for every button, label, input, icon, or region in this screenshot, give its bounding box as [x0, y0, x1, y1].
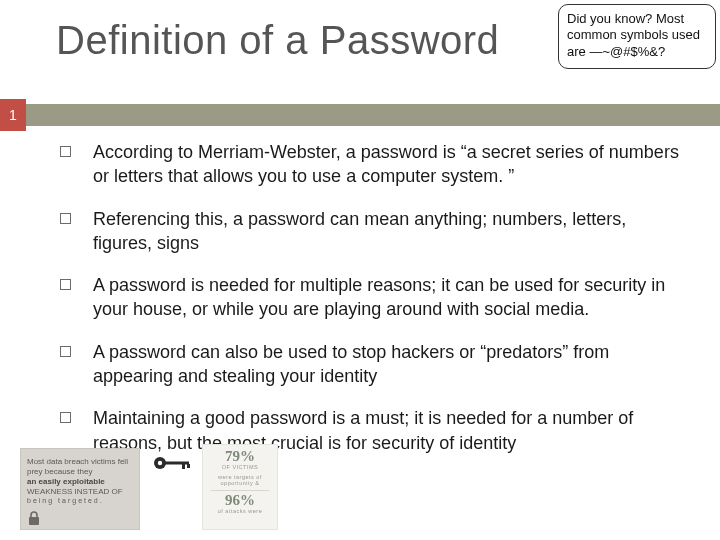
stat-label: were targets of opportunity & — [205, 474, 275, 487]
quote-line: WEAKNESS INSTEAD OF — [27, 487, 133, 497]
accent-bar — [0, 104, 720, 126]
divider — [211, 490, 269, 491]
list-item-text: Referencing this, a password can mean an… — [93, 207, 680, 256]
quote-line: Most data breach victims fell prey becau… — [27, 457, 133, 477]
bullet-icon — [60, 213, 71, 224]
bullet-icon — [60, 279, 71, 290]
bullet-icon — [60, 412, 71, 423]
stat-label: OF VICTIMS — [205, 464, 275, 471]
footer-graphics: Most data breach victims fell prey becau… — [20, 444, 278, 530]
list-item: According to Merriam-Webster, a password… — [60, 140, 680, 189]
quote-spaced: being targeted. — [27, 497, 133, 506]
stat-percentage: 79% — [205, 449, 275, 464]
svg-rect-4 — [182, 464, 185, 469]
svg-rect-0 — [29, 517, 39, 525]
list-item: A password is needed for multiple reason… — [60, 273, 680, 322]
svg-rect-5 — [187, 464, 190, 468]
stat-label: of attacks were — [205, 508, 275, 515]
did-you-know-callout: Did you know? Most common symbols used a… — [558, 4, 716, 69]
stats-graphic: 79% OF VICTIMS were targets of opportuni… — [202, 444, 278, 530]
quote-emphasis: an easily exploitable — [27, 477, 133, 487]
svg-rect-3 — [165, 462, 189, 465]
bullet-icon — [60, 146, 71, 157]
slide: Definition of a Password Did you know? M… — [0, 0, 720, 540]
list-item-text: According to Merriam-Webster, a password… — [93, 140, 680, 189]
page-number-badge: 1 — [0, 99, 26, 131]
list-item: Referencing this, a password can mean an… — [60, 207, 680, 256]
slide-title: Definition of a Password — [56, 18, 499, 63]
svg-point-2 — [158, 461, 162, 465]
bullet-icon — [60, 346, 71, 357]
quote-graphic: Most data breach victims fell prey becau… — [20, 448, 140, 530]
list-item: A password can also be used to stop hack… — [60, 340, 680, 389]
list-item-text: A password is needed for multiple reason… — [93, 273, 680, 322]
stat-percentage: 96% — [205, 493, 275, 508]
list-item-text: A password can also be used to stop hack… — [93, 340, 680, 389]
key-icon — [152, 454, 194, 476]
bullet-list: According to Merriam-Webster, a password… — [60, 140, 680, 473]
lock-icon — [27, 510, 41, 529]
